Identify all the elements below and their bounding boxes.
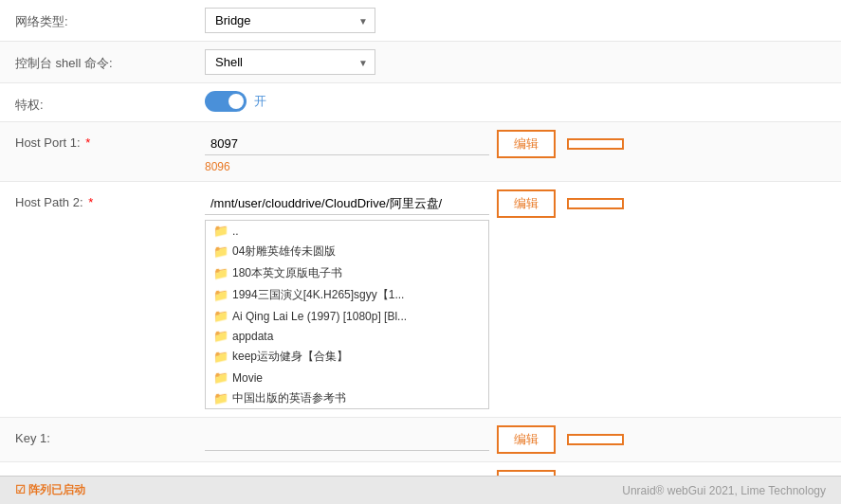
dropdown-item[interactable]: 📁Ai Qing Lai Le (1997) [1080p] [Bl... xyxy=(206,306,488,326)
key-1-extra-col xyxy=(567,434,624,445)
footer-bar: ☑ 阵列已启动 Unraid® webGui 2021, Lime Techno… xyxy=(0,476,841,504)
folder-icon: 📁 xyxy=(213,350,229,364)
host-path-2-dropdown[interactable]: 📁..📁04射雕英雄传未圆版📁180本英文原版电子书📁1994三国演义[4K.H… xyxy=(205,220,489,409)
dropdown-item[interactable]: 📁04射雕英雄传未圆版 xyxy=(206,241,488,262)
console-shell-row: 控制台 shell 命令: Shell bash sh ▼ xyxy=(0,42,841,83)
privilege-input-col: 开 xyxy=(205,91,826,112)
host-path-2-label: Host Path 2: * xyxy=(15,189,205,209)
folder-icon: 📁 xyxy=(213,244,229,259)
key-1-input-col: 编辑 xyxy=(205,425,826,454)
dropdown-item[interactable]: 📁keep运动健身【合集】 xyxy=(206,346,488,368)
dropdown-item-text: 180本英文原版电子书 xyxy=(232,265,342,281)
folder-icon: 📁 xyxy=(213,309,229,323)
dropdown-item-text: keep运动健身【合集】 xyxy=(232,349,348,365)
key-1-extra-button[interactable] xyxy=(567,434,624,445)
folder-icon: 📁 xyxy=(213,224,229,238)
console-shell-label: 控制台 shell 命令: xyxy=(15,49,205,72)
host-port-1-edit-button[interactable]: 编辑 xyxy=(497,130,556,158)
dropdown-item-text: 1994三国演义[4K.H265]sgyy【1... xyxy=(232,287,404,303)
dropdown-item-text: 中国出版的英语参考书 xyxy=(232,390,346,406)
key-1-row: Key 1: 编辑 xyxy=(0,418,841,462)
network-type-input-row: Bridge Host None ▼ xyxy=(205,8,826,33)
network-type-select-wrapper[interactable]: Bridge Host None ▼ xyxy=(205,8,375,33)
network-type-input-col: Bridge Host None ▼ xyxy=(205,8,826,33)
key-2-row: Key 2: 编辑 xyxy=(0,462,841,476)
dropdown-item[interactable]: 📁180本英文原版电子书 xyxy=(206,262,488,284)
host-port-1-input-col: 编辑 8096 xyxy=(205,130,826,173)
key-1-edit-button[interactable]: 编辑 xyxy=(497,425,556,454)
console-shell-select[interactable]: Shell bash sh xyxy=(205,49,375,75)
privilege-toggle[interactable] xyxy=(205,91,247,112)
console-shell-input-col: Shell bash sh ▼ xyxy=(205,49,826,75)
dropdown-item-text: 04射雕英雄传未圆版 xyxy=(232,243,336,260)
host-port-1-input-row: 编辑 xyxy=(205,130,826,158)
privilege-toggle-wrapper: 开 xyxy=(205,91,266,112)
host-path-2-input-col: 编辑 📁..📁04射雕英雄传未圆版📁180本英文原版电子书📁1994三国演义[4… xyxy=(205,189,826,409)
host-path-2-extra-col xyxy=(567,198,624,209)
key-1-input[interactable] xyxy=(205,428,489,451)
network-type-row: 网络类型: Bridge Host None ▼ xyxy=(0,0,841,42)
dropdown-item[interactable]: 📁Movie xyxy=(206,368,488,387)
key-1-input-row: 编辑 xyxy=(205,425,826,454)
host-path-2-required: * xyxy=(88,195,93,209)
console-shell-input-row: Shell bash sh ▼ xyxy=(205,49,826,75)
folder-icon: 📁 xyxy=(213,288,229,302)
host-port-1-hint: 8096 xyxy=(205,160,230,173)
dropdown-item[interactable]: 📁中国出版的英语参考书 xyxy=(206,387,488,409)
folder-icon: 📁 xyxy=(213,391,229,405)
host-port-1-row: Host Port 1: * 编辑 8096 xyxy=(0,122,841,182)
network-type-select[interactable]: Bridge Host None xyxy=(205,8,375,33)
folder-icon: 📁 xyxy=(213,266,229,280)
folder-icon: 📁 xyxy=(213,370,229,385)
host-path-2-row: Host Path 2: * 编辑 📁..📁04射雕英雄传未圆版📁180本英文原… xyxy=(0,182,841,418)
dropdown-item[interactable]: 📁1994三国演义[4K.H265]sgyy【1... xyxy=(206,284,488,306)
dropdown-item-text: appdata xyxy=(232,330,273,343)
network-type-label: 网络类型: xyxy=(15,8,205,30)
privilege-row: 特权: 开 xyxy=(0,83,841,122)
key-1-label: Key 1: xyxy=(15,425,205,445)
dropdown-item-text: Movie xyxy=(232,371,263,385)
host-port-1-required: * xyxy=(85,135,90,150)
main-content: 网络类型: Bridge Host None ▼ 控制台 shell 命令: xyxy=(0,0,841,504)
dropdown-item[interactable]: 📁.. xyxy=(206,221,488,241)
host-port-1-label: Host Port 1: * xyxy=(15,130,205,150)
dropdown-item-text: .. xyxy=(232,225,239,238)
dropdown-item[interactable]: 📁appdata xyxy=(206,326,488,346)
privilege-toggle-label: 开 xyxy=(254,93,266,110)
host-path-2-extra-button[interactable] xyxy=(567,198,624,209)
host-path-2-edit-button[interactable]: 编辑 xyxy=(497,189,556,218)
host-port-1-input[interactable] xyxy=(205,133,489,155)
console-shell-select-wrapper[interactable]: Shell bash sh ▼ xyxy=(205,49,375,75)
host-port-1-extra-button[interactable] xyxy=(567,138,624,150)
privilege-toggle-thumb xyxy=(229,94,244,109)
host-path-2-input-row: 编辑 xyxy=(205,189,826,218)
dropdown-item-text: Ai Qing Lai Le (1997) [1080p] [Bl... xyxy=(232,310,407,323)
footer-status: ☑ 阵列已启动 xyxy=(15,482,85,498)
host-path-2-input[interactable] xyxy=(205,192,489,215)
privilege-label: 特权: xyxy=(15,91,205,114)
form-area: 网络类型: Bridge Host None ▼ 控制台 shell 命令: xyxy=(0,0,841,476)
privilege-toggle-track xyxy=(205,91,247,112)
host-port-1-extra-col xyxy=(567,138,624,150)
footer-copyright: Unraid® webGui 2021, Lime Technology xyxy=(622,484,826,497)
folder-icon: 📁 xyxy=(213,329,229,343)
